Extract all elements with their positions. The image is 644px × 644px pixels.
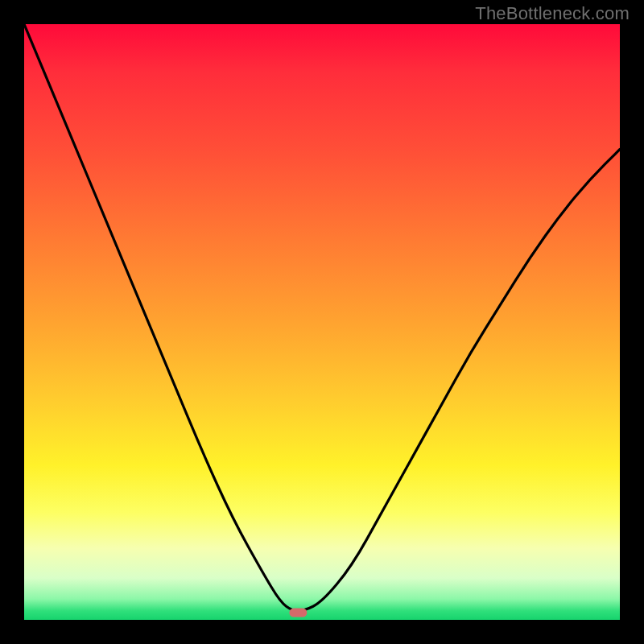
curve-svg [24,24,620,620]
bottleneck-curve [24,24,620,611]
chart-frame: TheBottleneck.com [0,0,644,644]
min-marker [289,609,307,617]
watermark-text: TheBottleneck.com [475,3,630,24]
plot-area [24,24,620,620]
